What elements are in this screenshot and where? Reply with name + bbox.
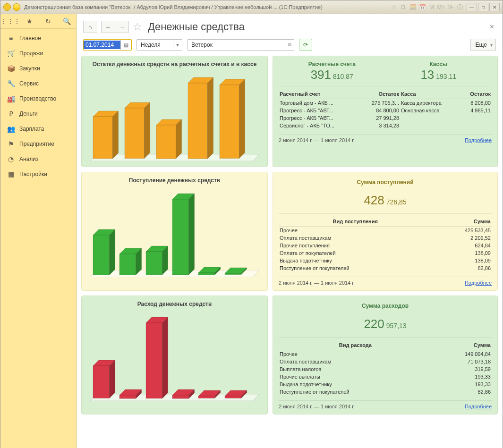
tb-icon[interactable]: M-: [447, 3, 454, 11]
period-value: Неделя: [137, 40, 173, 50]
chart-bar: [172, 389, 195, 400]
sidebar-item-main[interactable]: ≡Главное: [0, 31, 76, 46]
maximize-button[interactable]: □: [478, 3, 488, 11]
svg-rect-49: [198, 396, 215, 398]
app-logo-icon: [3, 3, 11, 11]
sidebar-item-label: Анализ: [19, 156, 39, 162]
svg-rect-14: [220, 85, 239, 159]
svg-marker-28: [188, 194, 194, 275]
flag-icon: ⚑: [7, 140, 15, 148]
forward-button[interactable]: →: [115, 21, 129, 33]
sidebar-item-money[interactable]: ₽Деньги: [0, 106, 76, 121]
open-dialog-icon[interactable]: ⧉: [285, 42, 294, 48]
org-value: Ветерок: [188, 40, 285, 50]
svg-rect-21: [119, 254, 136, 275]
table-row: Выдача подотчетнику193,33: [279, 380, 492, 388]
sidebar-item-label: Деньги: [19, 110, 38, 117]
svg-marker-6: [145, 102, 150, 159]
details-link[interactable]: Подробнее: [465, 404, 492, 409]
more-button[interactable]: Еще: [470, 39, 496, 51]
sidebar-item-label: Продажи: [19, 50, 43, 57]
chevron-down-icon[interactable]: ▾: [173, 42, 182, 48]
tb-icon[interactable]: M: [428, 3, 435, 11]
expense-int: 220: [364, 317, 384, 331]
sidebar-item-analysis[interactable]: ◔Анализ: [0, 152, 76, 167]
table-row: Прогресс - АКБ "АВТ...27 991,28: [279, 114, 492, 122]
close-button[interactable]: ✕: [489, 3, 500, 11]
income-dec: 726,85: [386, 198, 407, 206]
tb-icon[interactable]: 🗒: [400, 3, 407, 11]
svg-marker-3: [113, 111, 119, 159]
income-int: 428: [364, 193, 384, 207]
more-label: Еще: [476, 42, 487, 48]
history-icon[interactable]: ↻: [39, 14, 57, 28]
svg-marker-15: [239, 79, 245, 159]
tb-icon[interactable]: 📅: [418, 3, 426, 11]
close-page-button[interactable]: ×: [488, 21, 496, 33]
svg-rect-2: [93, 117, 113, 159]
svg-rect-46: [172, 395, 189, 398]
svg-rect-30: [198, 273, 215, 275]
table-row: Поступление от покупателей82,86: [279, 264, 492, 272]
table-row: Прочие выплаты193,33: [279, 373, 492, 380]
sidebar-toolbar: ⋮⋮⋮ ★ ↻ 🔍: [0, 14, 76, 29]
page-header: ⌂ ← → ☆ Денежные средства ×: [81, 17, 498, 37]
minimize-button[interactable]: —: [467, 3, 477, 11]
svg-rect-33: [225, 273, 241, 275]
tb-icon[interactable]: 🧮: [409, 3, 417, 11]
details-link[interactable]: Подробнее: [465, 137, 492, 143]
table-row: Выдача подотчетнику138,09: [279, 257, 492, 264]
date-input[interactable]: [84, 41, 120, 49]
chart-bar: [119, 389, 142, 400]
app-window: Демонстрационная база компании "Ветерок"…: [0, 0, 503, 448]
sidebar-item-label: Настройки: [19, 171, 47, 178]
tb-icon[interactable]: ☆: [390, 3, 398, 11]
chart-bar: [198, 267, 221, 276]
svg-marker-19: [110, 229, 115, 275]
table-row: Торговый дом - АКБ ...275 705,3...Касса …: [279, 99, 492, 107]
back-button[interactable]: ←: [101, 21, 115, 33]
svg-rect-27: [172, 199, 189, 275]
org-select[interactable]: Ветерок ⧉: [187, 39, 294, 51]
accounts-int: 391: [311, 68, 331, 82]
sidebar-item-prod[interactable]: 🏭Производство: [0, 91, 76, 106]
window-title: Демонстрационная база компании "Ветерок"…: [24, 4, 323, 10]
date-field[interactable]: ▦: [83, 39, 132, 51]
sidebar-item-sales[interactable]: 🛒Продажи: [0, 46, 76, 61]
chart-bar: [225, 390, 247, 400]
panel-title: Расход денежных средств: [87, 301, 262, 307]
sidebar-item-purchases[interactable]: 📦Закупки: [0, 61, 76, 76]
th-kind: Вид поступления: [279, 217, 432, 227]
cart-icon: 🛒: [7, 50, 15, 57]
sidebar-item-settings[interactable]: ▦Настройки: [0, 167, 76, 182]
info-icon[interactable]: ⓘ: [456, 3, 464, 11]
period-select[interactable]: Неделя ▾: [136, 39, 182, 51]
chart-bar: [146, 317, 168, 400]
box-icon: 📦: [7, 65, 15, 72]
chart-bar: [93, 229, 115, 276]
apps-icon[interactable]: ⋮⋮⋮: [0, 14, 20, 28]
sidebar-item-salary[interactable]: 👥Зарплата: [0, 121, 76, 136]
panel-income-chart: Поступление денежных средств: [81, 172, 268, 291]
details-link[interactable]: Подробнее: [465, 280, 492, 286]
star-icon[interactable]: ★: [20, 14, 39, 28]
tb-icon[interactable]: M+: [437, 3, 445, 11]
svg-rect-24: [146, 252, 162, 275]
cash-label: Кассы: [385, 61, 492, 68]
svg-rect-8: [156, 125, 176, 159]
table-row: Оплата поставщикам71 073,18: [279, 358, 492, 365]
ruble-icon: ₽: [7, 110, 15, 118]
favorite-icon[interactable]: ☆: [133, 21, 142, 33]
sidebar-item-label: Главное: [19, 35, 41, 42]
chart-bar: [188, 77, 213, 160]
sidebar-item-company[interactable]: ⚑Предприятие: [0, 136, 76, 152]
settings-icon: ▦: [7, 170, 15, 178]
wrench-icon: 🔧: [7, 80, 15, 87]
accounts-dec: 810,87: [333, 73, 353, 80]
sidebar-item-service[interactable]: 🔧Сервис: [0, 76, 76, 91]
refresh-button[interactable]: ⟳: [299, 39, 312, 51]
chart-bar: [225, 268, 247, 276]
calendar-icon[interactable]: ▦: [120, 40, 131, 50]
search-icon[interactable]: 🔍: [58, 14, 76, 28]
home-button[interactable]: ⌂: [83, 21, 97, 33]
